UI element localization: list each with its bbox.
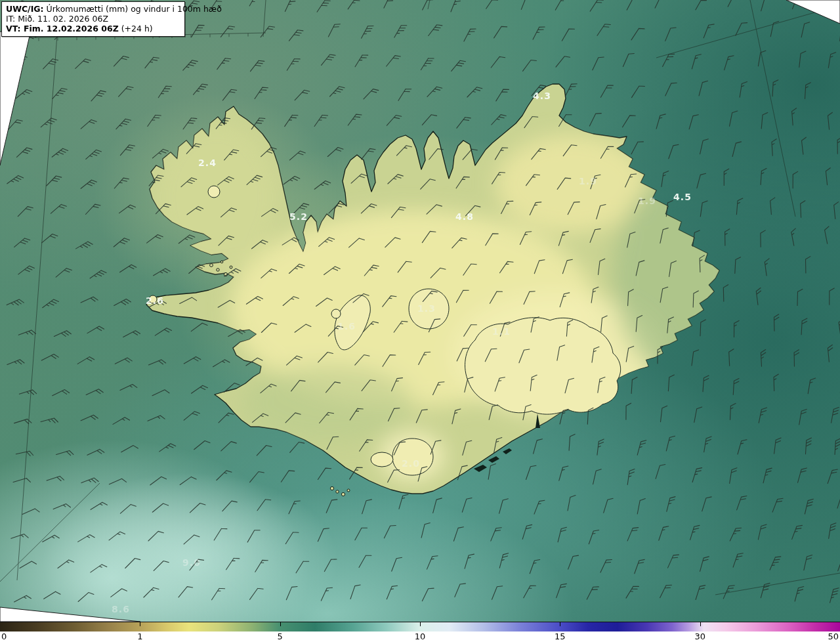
valid-text: Fim. 12.02.2026 06Z [21, 24, 119, 33]
map-value-label: 1.6 [337, 321, 356, 332]
map-value-label: 8.6 [112, 604, 130, 614]
map-value-label: 1.1 [492, 326, 511, 337]
valid-suffix: (+24 h) [119, 24, 153, 33]
map-value-label: 5.2 [289, 211, 308, 222]
map-canvas: 4.32.45.24.81.91.94.52.61.61.31.12.09.08… [0, 0, 840, 622]
colorbar-tick [700, 622, 701, 626]
product-label: UWC/IG: [6, 4, 44, 14]
colorbar-labels: 01510153050 [0, 631, 840, 642]
map-value-label: 4.5 [673, 192, 692, 202]
product-title: UWC/IG: Úrkomumætti (mm) og vindur i 100… [6, 4, 180, 14]
map-value-label: 2.6 [146, 295, 164, 306]
colorbar: 01510153050 [0, 622, 840, 642]
map-value-label: 4.3 [533, 91, 551, 101]
valid-time: VT: Fim. 12.02.2026 06Z (+24 h) [6, 24, 180, 33]
map-value-label: 2.4 [198, 158, 217, 168]
colorbar-gradient [0, 622, 840, 632]
colorbar-tick-label: 10 [415, 631, 426, 641]
colorbar-tick [140, 622, 140, 626]
colorbar-tick-label: 30 [694, 631, 705, 641]
init-text: Mið. 11. 02. 2026 06Z [15, 14, 108, 24]
colorbar-tick-label: 50 [828, 631, 839, 641]
init-time: IT: Mið. 11. 02. 2026 06Z [6, 14, 180, 24]
map-value-label: 1.9 [579, 176, 597, 186]
map-value-label: 1.3 [417, 303, 436, 314]
colorbar-tick [560, 622, 560, 626]
init-label: IT: [6, 14, 15, 24]
colorbar-tick-label: 1 [137, 631, 142, 641]
colorbar-tick-label: 15 [555, 631, 566, 641]
product-text: Úrkomumætti (mm) og vindur i 100m hæð [44, 4, 222, 14]
map-value-label: 2.0 [402, 458, 420, 469]
colorbar-tick-label: 0 [1, 631, 7, 641]
map-value-label: 9.0 [182, 557, 201, 568]
map-value-label: 4.8 [455, 211, 474, 222]
colorbar-tick-label: 5 [278, 631, 283, 641]
map-value-label: 1.9 [638, 196, 656, 206]
colorbar-tick [280, 622, 281, 626]
title-box: UWC/IG: Úrkomumætti (mm) og vindur i 100… [1, 1, 185, 37]
weather-map-app: 4.32.45.24.81.91.94.52.61.61.31.12.09.08… [0, 0, 840, 642]
wind-barbs [7, 0, 840, 603]
valid-label: VT: [6, 24, 21, 33]
colorbar-tick [420, 622, 421, 626]
